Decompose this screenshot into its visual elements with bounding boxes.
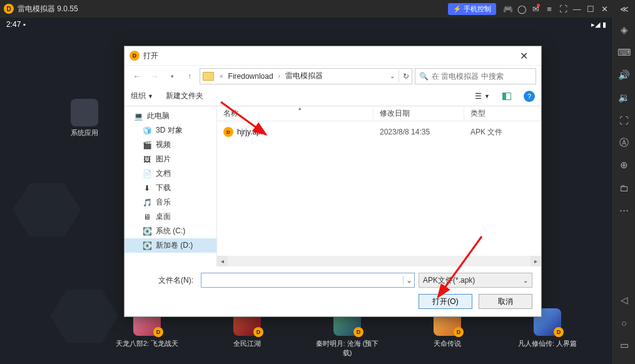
sidebar-item[interactable]: 🖼图片 [124, 152, 216, 166]
sidebar-item-icon: 📄 [142, 169, 152, 178]
app-title: 雷电模拟器 9.0.55 [18, 4, 78, 14]
status-time: 2:47 [6, 20, 21, 29]
dialog-toolbar: 组织 ▼ 新建文件夹 ☰▼ ? [124, 86, 541, 106]
android-status-bar: 2:47 ▪ ▸◢ ▮ [0, 18, 612, 31]
folder-icon [203, 72, 214, 81]
sidebar-item-icon: 🎬 [142, 141, 152, 149]
volume-up-icon[interactable]: 🔊 [616, 66, 633, 84]
help-button[interactable]: ? [524, 91, 535, 102]
search-box[interactable]: 🔍 [415, 68, 536, 84]
sidebar-item[interactable]: 🎬视频 [124, 138, 216, 152]
refresh-folder-icon[interactable]: ↻ [403, 72, 409, 81]
sidebar-item[interactable]: ⬇下载 [124, 181, 216, 195]
bolt-icon: ⚡ [453, 5, 462, 13]
android-home-icon[interactable]: ○ [616, 314, 633, 331]
horizontal-scrollbar[interactable]: ◂ ▸ [217, 256, 541, 266]
nav-up-button[interactable]: ↑ [182, 69, 197, 84]
organize-label: 组织 [131, 91, 146, 101]
sidebar-item-label: 文档 [156, 168, 171, 179]
app-label: 天龙八部2: 飞龙战天 [116, 340, 178, 347]
scroll-left-icon[interactable]: ◂ [217, 256, 228, 266]
nav-history-button[interactable]: ▾ [165, 69, 180, 84]
fullscreen-icon[interactable]: ⛶ [556, 2, 570, 16]
mail-icon[interactable]: ✉ [529, 2, 542, 16]
locate-icon[interactable]: ◈ [616, 21, 633, 39]
dialog-nav-bar: ← → ▾ ↑ « Firedownload › 雷电模拟器 ⌄ ↻ 🔍 [124, 65, 541, 86]
screenshot-icon[interactable]: ⛶ [616, 111, 633, 129]
collapse-sidebar-icon[interactable]: ≪ [617, 2, 631, 16]
filename-combo[interactable]: ⌄ [201, 273, 415, 288]
system-apps-folder[interactable]: 系统应用 [63, 99, 106, 138]
new-folder-button[interactable]: 新建文件夹 [166, 91, 203, 101]
filename-input[interactable] [201, 276, 403, 285]
minimize-icon[interactable]: — [570, 2, 584, 16]
breadcrumb[interactable]: « Firedownload › 雷电模拟器 ⌄ ↻ [200, 68, 412, 84]
sidebar-item[interactable]: 💽新加卷 (D:) [124, 238, 216, 253]
refresh-icon[interactable]: Ⓐ [616, 134, 633, 151]
file-open-dialog: D 打开 ✕ ← → ▾ ↑ « Firedownload › 雷电模拟器 ⌄ … [124, 46, 542, 317]
nav-back-button[interactable]: ← [130, 69, 145, 84]
column-type-header[interactable]: 类型 [464, 106, 541, 121]
file-type-filter[interactable]: APK文件(*.apk) ⌄ [419, 273, 532, 288]
file-list-area: 名称 ▴ 修改日期 类型 Dhjrjy.apk2023/8/8 14:35APK… [217, 106, 541, 266]
sidebar-item-label: 图片 [156, 154, 171, 164]
caret-down-icon: ▼ [148, 93, 153, 99]
breadcrumb-dropdown-icon[interactable]: ⌄ [390, 73, 395, 79]
sidebar-item-label: 下载 [156, 183, 171, 193]
wifi-icon: ▸◢ [591, 21, 600, 29]
column-name-header[interactable]: 名称 [217, 106, 373, 121]
search-icon: 🔍 [419, 72, 429, 81]
close-emulator-icon[interactable]: ✕ [597, 2, 611, 16]
menu-icon[interactable]: ≡ [542, 2, 556, 16]
cancel-button[interactable]: 取消 [479, 294, 532, 309]
column-header-row: 名称 ▴ 修改日期 类型 [217, 106, 541, 121]
sidebar-item[interactable]: 💻此电脑 [124, 109, 216, 123]
maximize-icon[interactable]: ☐ [584, 2, 597, 16]
gamepad-icon[interactable]: 🎮 [501, 2, 515, 16]
breadcrumb-segment[interactable]: 雷电模拟器 [283, 69, 325, 83]
volume-down-icon[interactable]: 🔉 [616, 89, 633, 106]
more-tools-icon[interactable]: ⋯ [616, 201, 633, 219]
sidebar-item[interactable]: 🎵音乐 [124, 195, 216, 210]
dialog-close-button[interactable]: ✕ [511, 47, 536, 64]
android-recent-icon[interactable]: ▭ [616, 336, 633, 354]
caret-down-icon: ⌄ [523, 277, 528, 284]
preview-pane-button[interactable] [502, 93, 511, 100]
sidebar-item[interactable]: 💽系统 (C:) [124, 224, 216, 238]
sidebar-item-icon: 🖥 [142, 213, 152, 221]
dialog-title: 打开 [143, 51, 158, 61]
open-button[interactable]: 打开(O) [419, 294, 472, 309]
sidebar-item-label: 音乐 [156, 197, 171, 208]
account-icon[interactable]: ◯ [515, 2, 529, 16]
phone-control-button[interactable]: ⚡ 手机控制 [448, 3, 496, 15]
organize-button[interactable]: 组织 ▼ [131, 91, 153, 101]
breadcrumb-segment[interactable]: Firedownload [226, 71, 275, 82]
sidebar-item-icon: 💻 [133, 112, 143, 121]
sidebar-item[interactable]: 🧊3D 对象 [124, 123, 216, 138]
sidebar-item-icon: 💽 [142, 227, 152, 236]
file-row[interactable]: Dhjrjy.apk2023/8/8 14:35APK 文件 [217, 125, 541, 139]
keyboard-icon[interactable]: ⌨ [616, 44, 633, 61]
install-apk-icon[interactable]: ⊕ [616, 156, 633, 174]
shared-folder-icon[interactable]: 🗀 [616, 179, 633, 196]
emulator-title-bar: D 雷电模拟器 9.0.55 ⚡ 手机控制 🎮 ◯ ✉ ≡ ⛶ — ☐ ✕ ≪ [0, 0, 635, 18]
caret-down-icon: ▼ [484, 93, 490, 99]
sidebar-item[interactable]: 🖥桌面 [124, 210, 216, 224]
battery-icon: ▮ [602, 21, 606, 29]
sidebar-item[interactable]: 📄文档 [124, 166, 216, 181]
sidebar-item-icon: 🖼 [142, 155, 152, 164]
sort-indicator-icon: ▴ [298, 105, 302, 111]
nav-forward-button[interactable]: → [147, 69, 162, 84]
search-input[interactable] [432, 72, 532, 81]
sidebar-item-icon: 🧊 [142, 126, 152, 135]
sidebar-item-label: 3D 对象 [156, 125, 183, 136]
view-mode-button[interactable]: ☰▼ [475, 92, 490, 101]
app-label: 秦时明月: 沧海 (预下载) [316, 340, 379, 356]
column-date-header[interactable]: 修改日期 [373, 106, 464, 121]
scroll-right-icon[interactable]: ▸ [531, 256, 541, 266]
dialog-footer: 文件名(N): ⌄ APK文件(*.apk) ⌄ 打开(O) 取消 [124, 266, 541, 316]
android-back-icon[interactable]: ◁ [616, 291, 633, 309]
app-label: 天命传说 [434, 340, 461, 347]
sidebar-item-label: 系统 (C:) [156, 226, 185, 236]
filename-dropdown-icon[interactable]: ⌄ [403, 276, 414, 285]
